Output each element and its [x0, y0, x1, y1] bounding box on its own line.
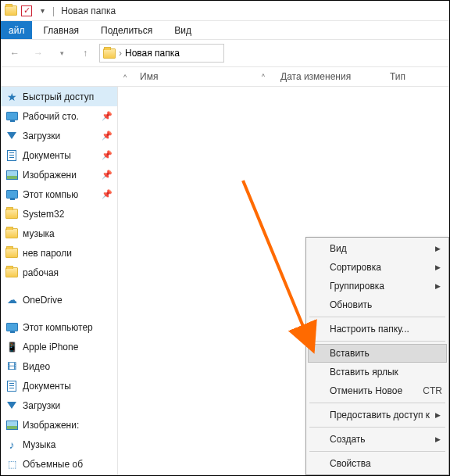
sidebar-pc-video[interactable]: 🎞Видео	[1, 356, 117, 376]
menu-separator	[309, 427, 445, 428]
sidebar-item-system32[interactable]: System32	[1, 204, 117, 224]
breadcrumb-name[interactable]: Новая папка	[125, 48, 180, 59]
chevron-right-icon: ▶	[435, 263, 441, 271]
cm-view[interactable]: Вид▶	[308, 239, 447, 258]
document-icon	[7, 150, 16, 161]
cm-group[interactable]: Группировка▶	[308, 277, 447, 295]
video-icon: 🎞	[5, 360, 18, 373]
chevron-right-icon: ▶	[435, 282, 441, 290]
tab-home[interactable]: Главная	[32, 21, 90, 39]
cm-properties[interactable]: Свойства	[308, 454, 447, 473]
cm-paste-shortcut[interactable]: Вставить ярлык	[308, 363, 447, 381]
sidebar-quick-access[interactable]: ★ Быстрый доступ	[1, 87, 117, 106]
tab-file[interactable]: айл	[1, 21, 32, 39]
sidebar-pc-desktop[interactable]: Рабочий сто	[1, 474, 117, 475]
pin-icon: 📌	[102, 131, 112, 141]
chevron-right-icon: ▶	[435, 245, 441, 252]
sidebar-pc-3d[interactable]: ⬚Объемные об	[1, 454, 117, 474]
qat-dropdown-icon[interactable]: ▾	[35, 4, 49, 18]
pin-icon: 📌	[102, 170, 112, 180]
pin-icon: 📌	[102, 111, 112, 121]
sidebar-item-work[interactable]: рабочая	[1, 263, 117, 282]
desktop-icon	[6, 112, 18, 120]
pin-icon: 📌	[102, 150, 112, 160]
file-list-area[interactable]: Вид▶ Сортировка▶ Группировка▶ Обновить Н…	[118, 87, 449, 475]
cm-new[interactable]: Создать▶	[308, 430, 447, 449]
cm-undo[interactable]: Отменить НовоеCTR	[308, 381, 447, 400]
column-date[interactable]: Дата изменения	[273, 71, 382, 82]
window-title: Новая папка	[61, 5, 116, 16]
cm-sort[interactable]: Сортировка▶	[308, 258, 447, 277]
menu-separator	[309, 403, 445, 403]
sidebar-onedrive[interactable]: ☁OneDrive	[1, 290, 117, 310]
chevron-right-icon: ▶	[435, 411, 441, 419]
sidebar-item-thispc[interactable]: Этот компью📌	[1, 184, 117, 204]
computer-icon	[6, 323, 18, 331]
download-icon	[7, 132, 16, 139]
sidebar-item-pictures[interactable]: Изображени📌	[1, 165, 117, 184]
computer-icon	[6, 190, 18, 199]
menu-separator	[309, 317, 445, 317]
history-dropdown[interactable]: ▾	[52, 44, 71, 63]
nav-row: ← → ▾ ↑ › Новая папка	[1, 40, 449, 66]
cloud-icon: ☁	[5, 294, 18, 306]
sidebar-item-desktop[interactable]: Рабочий сто.📌	[1, 106, 117, 126]
column-name[interactable]: Имя^	[132, 71, 273, 82]
document-icon	[7, 381, 16, 392]
back-button[interactable]: ←	[5, 44, 24, 63]
sidebar-thispc-group[interactable]: Этот компьютер	[1, 317, 117, 337]
sidebar-pc-downloads[interactable]: Загрузки	[1, 395, 117, 415]
cube-icon: ⬚	[5, 458, 18, 471]
folder-icon	[5, 248, 18, 258]
sidebar: ★ Быстрый доступ Рабочий сто.📌 Загрузки📌…	[1, 87, 118, 475]
column-headers: ^ Имя^ Дата изменения Тип	[1, 66, 449, 87]
up-button[interactable]: ↑	[76, 44, 95, 63]
chevron-right-icon: ›	[119, 48, 122, 59]
sort-chevron-icon[interactable]: ^	[123, 73, 127, 81]
cm-paste[interactable]: Вставить	[308, 344, 447, 363]
column-type[interactable]: Тип	[382, 71, 413, 82]
cm-share[interactable]: Предоставить доступ к▶	[308, 406, 447, 424]
folder-icon	[5, 267, 18, 277]
breadcrumb[interactable]: › Новая папка	[99, 44, 224, 63]
sidebar-item-passwords[interactable]: нев пароли	[1, 243, 117, 263]
sidebar-item-music-folder[interactable]: музыка	[1, 224, 117, 243]
menu-separator	[309, 341, 445, 342]
phone-icon: 📱	[5, 341, 18, 353]
menu-separator	[309, 451, 445, 452]
sidebar-pc-pictures[interactable]: Изображени:	[1, 415, 117, 435]
tab-view[interactable]: Вид	[163, 21, 202, 39]
qat-check-icon[interactable]: ✓	[20, 4, 34, 18]
folder-icon	[5, 228, 18, 238]
picture-icon	[6, 170, 18, 180]
picture-icon	[6, 421, 18, 430]
tab-share[interactable]: Поделиться	[90, 21, 163, 39]
star-icon: ★	[5, 91, 18, 103]
sidebar-item-downloads[interactable]: Загрузки📌	[1, 126, 117, 145]
title-bar: ✓ ▾ | Новая папка	[1, 1, 449, 21]
cm-refresh[interactable]: Обновить	[308, 295, 447, 314]
chevron-right-icon: ▶	[435, 435, 441, 443]
forward-button[interactable]: →	[29, 44, 48, 63]
music-icon: ♪	[5, 438, 18, 451]
pin-icon: 📌	[102, 189, 112, 199]
folder-icon	[5, 209, 18, 219]
cm-customize[interactable]: Настроить папку...	[308, 320, 447, 338]
sidebar-pc-documents[interactable]: Документы	[1, 376, 117, 395]
sidebar-pc-iphone[interactable]: 📱Apple iPhone	[1, 337, 117, 356]
download-icon	[7, 402, 16, 409]
ribbon-tabs: айл Главная Поделиться Вид	[1, 21, 449, 40]
folder-icon	[103, 48, 116, 59]
app-icon	[4, 4, 18, 18]
sidebar-pc-music[interactable]: ♪Музыка	[1, 435, 117, 454]
sidebar-item-documents[interactable]: Документы📌	[1, 145, 117, 165]
context-menu: Вид▶ Сортировка▶ Группировка▶ Обновить Н…	[305, 237, 449, 475]
